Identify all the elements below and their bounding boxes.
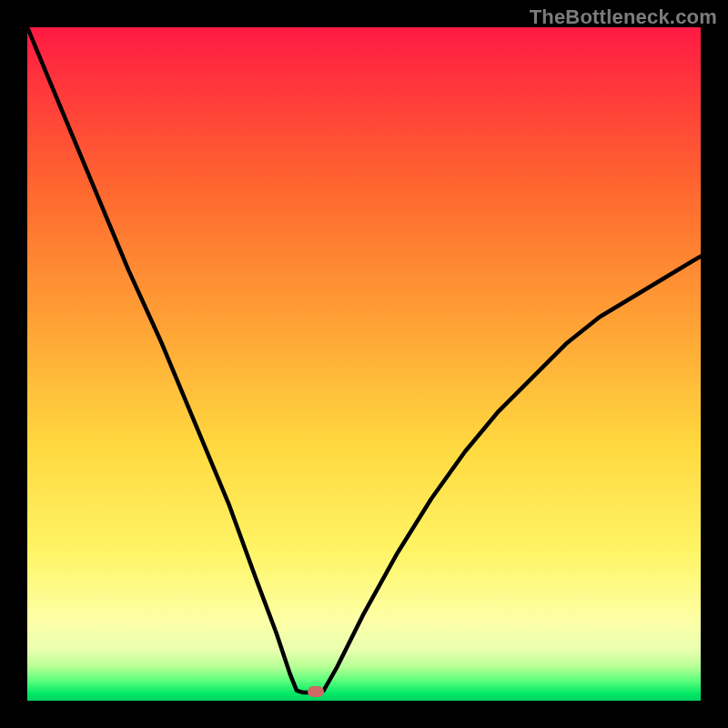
watermark-text: TheBottleneck.com bbox=[530, 5, 717, 29]
chart-frame: TheBottleneck.com bbox=[0, 0, 728, 728]
minimum-marker bbox=[308, 686, 324, 697]
bottleneck-curve bbox=[27, 27, 701, 701]
plot-area bbox=[27, 27, 701, 701]
